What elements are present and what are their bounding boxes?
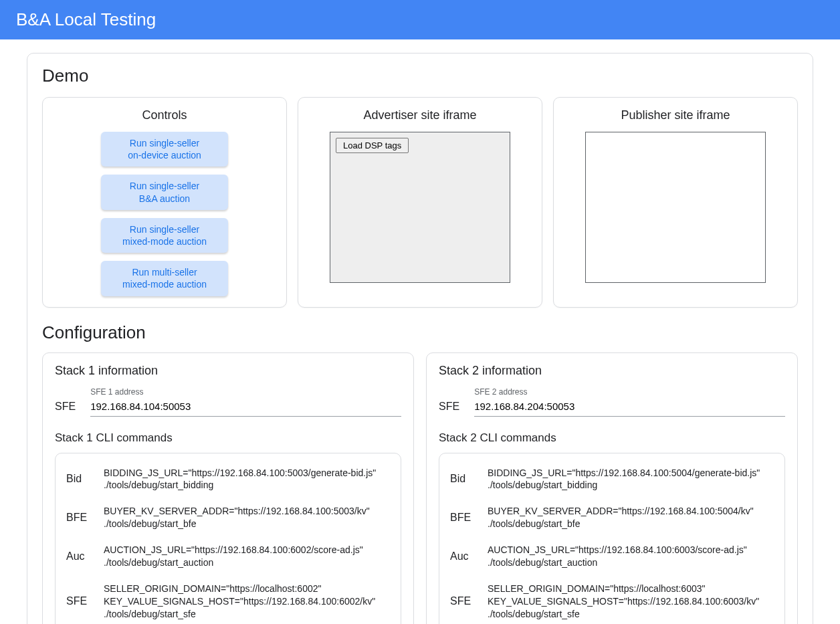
stack-2-address-label: SFE 2 address — [474, 387, 785, 397]
publisher-card: Publisher site iframe — [553, 97, 798, 308]
controls-card: Controls Run single-seller on-device auc… — [42, 97, 287, 308]
cli-key-bfe: BFE — [450, 512, 474, 524]
demo-panel: Demo Controls Run single-seller on-devic… — [27, 53, 813, 624]
cli-value-sfe: SELLER_ORIGIN_DOMAIN="https://localhost:… — [104, 583, 375, 621]
stack-2-title: Stack 2 information — [439, 364, 785, 378]
stack-2-sfe-label: SFE — [439, 401, 459, 417]
publisher-title: Publisher site iframe — [564, 108, 786, 122]
load-dsp-tags-button[interactable]: Load DSP tags — [336, 138, 409, 153]
stack-2-cli-sfe-row: SFE SELLER_ORIGIN_DOMAIN="https://localh… — [449, 576, 775, 624]
cli-key-bid: Bid — [66, 473, 90, 485]
stack-1-sfe-label: SFE — [55, 401, 76, 417]
stack-1-address-field: SFE 1 address — [90, 387, 401, 417]
stack-2-cli-title: Stack 2 CLI commands — [439, 431, 785, 445]
stack-1-cli-auc-row: Auc AUCTION_JS_URL="https://192.168.84.1… — [65, 537, 391, 576]
stack-1-cli-title: Stack 1 CLI commands — [55, 431, 401, 445]
controls-list: Run single-seller on-device auction Run … — [54, 132, 276, 296]
stack-1-cli-bid-row: Bid BIDDING_JS_URL="https://192.168.84.1… — [65, 460, 391, 499]
stack-2-sfe-row: SFE SFE 2 address — [439, 387, 785, 417]
run-multi-seller-mixed-button[interactable]: Run multi-seller mixed-mode auction — [101, 261, 228, 296]
cli-key-bid: Bid — [450, 473, 474, 485]
stack-1-sfe-row: SFE SFE 1 address — [55, 387, 401, 417]
stack-1-panel: Stack 1 information SFE SFE 1 address St… — [42, 352, 414, 625]
cli-value-bid: BIDDING_JS_URL="https://192.168.84.100:5… — [488, 467, 760, 492]
stack-2-address-field: SFE 2 address — [474, 387, 785, 417]
configuration-title: Configuration — [42, 322, 798, 343]
stack-2-address-input[interactable] — [474, 398, 785, 417]
advertiser-card: Advertiser site iframe Load DSP tags — [298, 97, 542, 308]
stack-2-cli-panel: Bid BIDDING_JS_URL="https://192.168.84.1… — [439, 453, 785, 625]
cli-value-sfe: SELLER_ORIGIN_DOMAIN="https://localhost:… — [488, 583, 759, 621]
cli-key-bfe: BFE — [66, 512, 90, 524]
stack-1-cli-panel: Bid BIDDING_JS_URL="https://192.168.84.1… — [55, 453, 401, 625]
cli-value-auc: AUCTION_JS_URL="https://192.168.84.100:6… — [488, 544, 747, 569]
app-title: B&A Local Testing — [16, 9, 156, 29]
advertiser-title: Advertiser site iframe — [309, 108, 531, 122]
stack-2-cli-bid-row: Bid BIDDING_JS_URL="https://192.168.84.1… — [449, 460, 775, 499]
cli-value-bid: BIDDING_JS_URL="https://192.168.84.100:5… — [104, 467, 376, 492]
stack-2-cli-auc-row: Auc AUCTION_JS_URL="https://192.168.84.1… — [449, 537, 775, 576]
run-single-seller-on-device-button[interactable]: Run single-seller on-device auction — [101, 132, 228, 167]
stack-2-panel: Stack 2 information SFE SFE 2 address St… — [426, 352, 798, 625]
run-single-seller-ba-button[interactable]: Run single-seller B&A auction — [101, 175, 228, 209]
cli-key-auc: Auc — [450, 550, 474, 562]
app-header: B&A Local Testing — [0, 0, 840, 39]
cli-key-sfe: SFE — [450, 595, 474, 607]
stack-1-cli-bfe-row: BFE BUYER_KV_SERVER_ADDR="https://192.16… — [65, 498, 391, 537]
demo-title: Demo — [42, 66, 798, 86]
page-body: Demo Controls Run single-seller on-devic… — [0, 39, 840, 624]
controls-title: Controls — [54, 108, 276, 122]
advertiser-iframe[interactable]: Load DSP tags — [330, 132, 510, 283]
stack-1-address-input[interactable] — [90, 398, 401, 417]
demo-row: Controls Run single-seller on-device auc… — [42, 97, 798, 308]
stack-1-address-label: SFE 1 address — [90, 387, 401, 397]
cli-key-sfe: SFE — [66, 595, 90, 607]
stack-1-cli-sfe-row: SFE SELLER_ORIGIN_DOMAIN="https://localh… — [65, 576, 391, 624]
cli-key-auc: Auc — [66, 550, 90, 562]
configuration-row: Stack 1 information SFE SFE 1 address St… — [42, 352, 798, 625]
publisher-iframe[interactable] — [585, 132, 766, 283]
run-single-seller-mixed-button[interactable]: Run single-seller mixed-mode auction — [101, 218, 228, 253]
cli-value-auc: AUCTION_JS_URL="https://192.168.84.100:6… — [104, 544, 363, 569]
stack-2-cli-bfe-row: BFE BUYER_KV_SERVER_ADDR="https://192.16… — [449, 498, 775, 537]
stack-1-title: Stack 1 information — [55, 364, 401, 378]
cli-value-bfe: BUYER_KV_SERVER_ADDR="https://192.168.84… — [104, 505, 370, 530]
cli-value-bfe: BUYER_KV_SERVER_ADDR="https://192.168.84… — [488, 505, 754, 530]
